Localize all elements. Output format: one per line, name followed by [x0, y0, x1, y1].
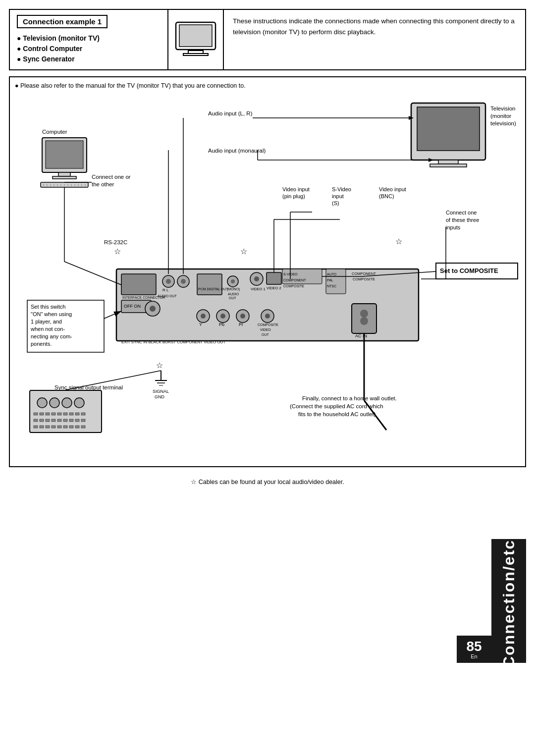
header-tv-icon — [168, 10, 224, 69]
svg-point-62 — [231, 279, 235, 283]
svg-rect-123 — [34, 413, 38, 415]
svg-rect-59 — [197, 274, 222, 295]
page-number-box: 85 En — [457, 636, 491, 663]
svg-rect-142 — [40, 426, 44, 428]
svg-rect-145 — [57, 426, 61, 428]
svg-text:NTSC: NTSC — [327, 284, 336, 288]
svg-text:☆: ☆ — [156, 361, 163, 370]
svg-text:R      L: R L — [162, 288, 169, 292]
svg-point-84 — [201, 314, 206, 319]
svg-rect-137 — [63, 419, 67, 422]
svg-rect-28 — [430, 164, 467, 167]
svg-text:SIGNAL: SIGNAL — [153, 389, 169, 394]
svg-line-172 — [64, 262, 121, 285]
svg-rect-7 — [53, 176, 76, 179]
svg-text:the other: the other — [92, 181, 114, 187]
svg-rect-129 — [69, 413, 73, 415]
svg-rect-134 — [46, 419, 50, 422]
svg-text:Television: Television — [490, 106, 516, 111]
svg-text:ponents.: ponents. — [31, 341, 52, 347]
tv-illustration-right — [411, 103, 485, 167]
svg-text:COMPOSITE: COMPOSITE — [283, 284, 304, 288]
svg-text:COMPOSITE: COMPOSITE — [258, 323, 278, 326]
header-section: Connection example 1 Television (monitor… — [9, 9, 526, 70]
svg-text:Finally, connect to a home wal: Finally, connect to a home wall outlet. — [302, 395, 397, 401]
svg-text:input: input — [332, 193, 344, 199]
svg-rect-6 — [58, 172, 70, 176]
svg-point-101 — [360, 310, 368, 318]
main-diagram-area: ● Please also refer to the manual for th… — [9, 76, 526, 467]
svg-rect-133 — [40, 419, 44, 422]
svg-rect-149 — [81, 426, 85, 428]
svg-text:☆: ☆ — [114, 247, 121, 256]
svg-text:Audio input (L, R): Audio input (L, R) — [208, 110, 253, 116]
svg-text:OFF  ON: OFF ON — [124, 304, 141, 309]
svg-text:1 player, and: 1 player, and — [31, 319, 62, 324]
svg-rect-135 — [52, 419, 55, 422]
svg-rect-3 — [183, 54, 208, 55]
page-en: En — [471, 653, 477, 659]
svg-rect-5 — [46, 141, 83, 168]
svg-rect-126 — [52, 413, 55, 415]
svg-text:COMPOSITE: COMPOSITE — [353, 277, 375, 281]
svg-point-90 — [265, 314, 270, 319]
svg-text:Connect one: Connect one — [446, 210, 477, 216]
header-description: These instructions indicate the connecti… — [224, 10, 525, 69]
svg-rect-1 — [179, 25, 212, 47]
svg-text:(BNC): (BNC) — [379, 193, 394, 199]
svg-text:Set this switch: Set this switch — [31, 304, 65, 310]
svg-rect-131 — [81, 413, 85, 415]
svg-point-82 — [150, 306, 156, 312]
svg-text:☆: ☆ — [395, 237, 402, 246]
svg-text:Pb: Pb — [219, 322, 224, 327]
svg-text:Video input: Video input — [379, 186, 406, 192]
svg-text:GND: GND — [155, 394, 165, 399]
svg-text:of these three: of these three — [446, 217, 479, 223]
svg-text:☆: ☆ — [240, 247, 247, 256]
svg-text:OUT: OUT — [229, 296, 237, 300]
svg-text:EXIT SYNC IN   BLACK BURST    : EXIT SYNC IN BLACK BURST COMPONENT VIDEO… — [121, 340, 225, 344]
svg-text:VIDEO 2: VIDEO 2 — [267, 286, 281, 290]
svg-point-120 — [50, 398, 59, 408]
svg-text:OUT: OUT — [262, 333, 269, 336]
tv-illustration — [173, 20, 218, 59]
connection-diagram-svg: Computer Connect one or the other Televi… — [15, 93, 530, 460]
svg-text:PCM  DIGITAL OUT: PCM DIGITAL OUT — [198, 287, 228, 291]
svg-text:AUDIO: AUDIO — [228, 292, 239, 296]
svg-text:(S): (S) — [332, 200, 339, 206]
svg-text:Pr: Pr — [239, 322, 243, 327]
svg-rect-136 — [57, 419, 61, 422]
svg-point-54 — [166, 279, 171, 284]
svg-point-102 — [360, 317, 368, 325]
svg-point-56 — [181, 279, 186, 284]
svg-point-88 — [240, 314, 245, 319]
svg-rect-132 — [34, 419, 38, 422]
svg-rect-141 — [34, 426, 38, 428]
bullet-note: ● Please also refer to the manual for th… — [15, 82, 520, 89]
sync-generator — [30, 390, 102, 432]
svg-rect-138 — [69, 419, 73, 422]
svg-point-119 — [37, 398, 47, 408]
svg-rect-148 — [75, 426, 79, 428]
svg-text:Set to COMPOSITE: Set to COMPOSITE — [440, 267, 498, 274]
svg-text:Computer: Computer — [42, 129, 67, 135]
svg-rect-143 — [46, 426, 50, 428]
svg-text:(MONO): (MONO) — [227, 287, 240, 291]
side-label-text: Connection/etc. — [500, 534, 518, 668]
svg-rect-147 — [69, 426, 73, 428]
svg-rect-130 — [75, 413, 79, 415]
svg-text:(monitor: (monitor — [490, 113, 511, 119]
svg-point-122 — [74, 398, 84, 408]
svg-rect-144 — [52, 426, 55, 428]
svg-rect-69 — [267, 272, 281, 284]
svg-text:S-Video: S-Video — [332, 186, 351, 192]
svg-text:fits to the household AC outle: fits to the household AC outlet) — [298, 411, 376, 417]
svg-rect-51 — [121, 274, 156, 295]
svg-text:television): television) — [490, 120, 516, 126]
signal-gnd: SIGNAL GND — [153, 371, 169, 399]
svg-text:when not con-: when not con- — [30, 326, 65, 332]
svg-text:Audio input (monaural): Audio input (monaural) — [208, 148, 266, 154]
svg-text:inputs: inputs — [446, 224, 461, 230]
svg-rect-26 — [417, 107, 480, 151]
side-label-container: Connection/etc. — [491, 539, 526, 663]
